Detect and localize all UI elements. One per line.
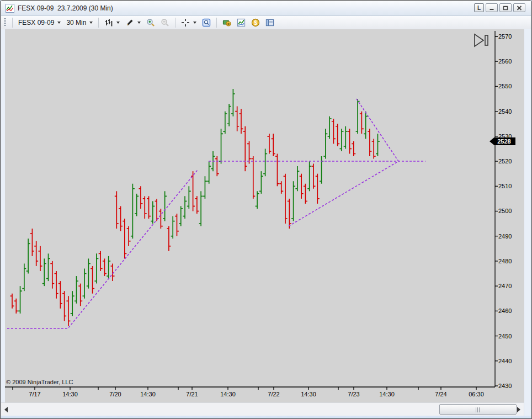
go-to-end-icon [472, 32, 490, 49]
svg-text:7/23: 7/23 [348, 391, 359, 397]
svg-text:14:30: 14:30 [379, 391, 395, 397]
svg-text:2450: 2450 [498, 333, 512, 340]
scroll-right-arrow[interactable] [517, 407, 520, 412]
svg-text:2570: 2570 [498, 33, 512, 40]
svg-text:2510: 2510 [498, 183, 512, 189]
copyright-text: © 2009 NinjaTrader, LLC [6, 379, 73, 385]
svg-text:14:30: 14:30 [140, 391, 156, 397]
horizontal-scrollbar[interactable] [1, 402, 524, 416]
svg-text:14:30: 14:30 [62, 391, 78, 397]
window-frame-left [1, 29, 5, 416]
svg-text:2430: 2430 [498, 383, 512, 389]
svg-text:7/20: 7/20 [109, 391, 121, 397]
svg-text:7/17: 7/17 [29, 391, 40, 397]
chart-area[interactable]: 2570256025502540253025202510250024902480… [5, 29, 524, 402]
svg-text:06:30: 06:30 [469, 391, 484, 397]
scrollbar-grip-icon [476, 407, 480, 412]
svg-text:2500: 2500 [498, 208, 512, 214]
scroll-left-arrow[interactable] [4, 407, 8, 412]
svg-text:7/24: 7/24 [435, 391, 446, 397]
svg-text:2540: 2540 [498, 108, 512, 115]
svg-text:7/21: 7/21 [186, 391, 198, 397]
chart-canvas[interactable]: 2570256025502540253025202510250024902480… [1, 1, 532, 419]
svg-text:2460: 2460 [498, 307, 512, 314]
window-frame-bottom [1, 416, 531, 419]
svg-text:14:30: 14:30 [301, 391, 316, 397]
scrollbar-thumb[interactable] [439, 404, 517, 415]
svg-text:2520: 2520 [498, 158, 512, 165]
window-frame-right [524, 29, 532, 416]
svg-text:2480: 2480 [498, 258, 512, 264]
chart-window: FESX 09-09 23.7.2009 (30 Min) L FESX 09-… [0, 0, 532, 419]
svg-text:2550: 2550 [498, 83, 512, 89]
svg-text:2470: 2470 [498, 283, 512, 289]
svg-text:2490: 2490 [498, 233, 512, 240]
svg-text:2560: 2560 [498, 58, 512, 65]
last-price-marker: 2528 [490, 137, 515, 146]
svg-text:14:30: 14:30 [220, 391, 236, 397]
go-to-end-button[interactable] [472, 32, 490, 49]
svg-text:7/22: 7/22 [268, 391, 279, 397]
svg-text:2440: 2440 [498, 358, 512, 364]
